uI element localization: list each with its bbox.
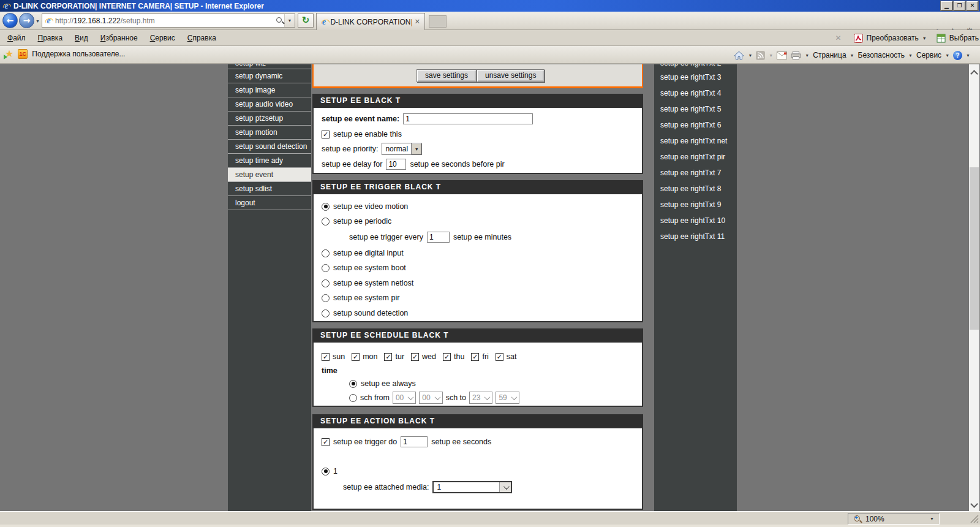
trigger-system-netlost-radio[interactable] <box>322 279 330 287</box>
from-hour-select[interactable]: 00 <box>393 392 416 404</box>
vertical-scrollbar[interactable] <box>969 64 979 512</box>
save-settings-button[interactable]: save settings <box>417 69 477 82</box>
attached-media-select[interactable]: 1 <box>432 481 512 493</box>
sidebar-item-ptzsetup[interactable]: setup ptzsetup <box>228 112 311 126</box>
maximize-button[interactable]: ❐ <box>954 1 965 10</box>
trigger-video-motion-radio[interactable] <box>322 203 330 211</box>
search-icon[interactable] <box>276 17 284 25</box>
priority-select[interactable]: normal ▼ <box>382 143 422 155</box>
trigger-video-motion-label: setup ee video motion <box>333 202 408 211</box>
home-button-icon[interactable] <box>734 51 744 60</box>
tab-close-icon[interactable]: ✕ <box>415 18 420 26</box>
from-minute-select[interactable]: 00 <box>419 392 442 404</box>
menu-tools[interactable]: Сервис <box>144 34 181 42</box>
event-name-input[interactable] <box>403 113 533 124</box>
select-button[interactable]: Выбрать <box>949 34 979 42</box>
day-mon-label: mon <box>363 352 377 361</box>
to-minute-select[interactable]: 59 <box>496 392 519 404</box>
enable-checkbox[interactable] <box>322 131 330 138</box>
trigger-do-input[interactable] <box>401 436 428 447</box>
menu-edit[interactable]: Правка <box>32 34 69 42</box>
favorites-item-label[interactable]: Поддержка пользователе... <box>32 50 125 58</box>
sidebar-item-time-ady[interactable]: setup time ady <box>228 154 311 168</box>
trigger-sound-detection-radio[interactable] <box>322 309 330 317</box>
zoom-dropdown-icon[interactable]: ▼ <box>930 517 934 521</box>
sidebar-item-audio-video[interactable]: setup audio video <box>228 97 311 112</box>
day-sat-checkbox[interactable] <box>496 353 503 361</box>
scrollbar-down-button[interactable] <box>969 499 979 509</box>
security-menu[interactable]: Безопасность <box>858 51 905 59</box>
day-tur-checkbox[interactable] <box>384 353 392 361</box>
back-button[interactable]: ← <box>2 13 18 28</box>
scrollbar-up-button[interactable] <box>969 67 979 77</box>
periodic-minutes-input[interactable] <box>427 232 450 243</box>
page-dropdown-icon[interactable]: ▼ <box>850 53 854 58</box>
day-sun-checkbox[interactable] <box>322 353 330 361</box>
sidebar-item-wiz[interactable]: setup wiz <box>228 64 311 69</box>
page-menu[interactable]: Страница <box>813 51 846 59</box>
from-hour-chevron-icon <box>406 392 415 403</box>
resize-grip[interactable] <box>970 514 979 523</box>
zoom-control[interactable]: + 100% ▼ <box>848 513 940 525</box>
browser-tab[interactable]: e D-LINK CORPORATION| INT... ✕ <box>316 13 425 30</box>
trigger-system-boot-radio[interactable] <box>322 264 330 272</box>
trigger-digital-input-radio[interactable] <box>322 249 330 257</box>
select-plugin-icon <box>937 34 946 43</box>
save-settings-panel: save settings unsave settings <box>312 64 643 88</box>
rss-icon[interactable] <box>756 51 765 60</box>
help-dropdown-icon[interactable]: ▼ <box>966 53 970 58</box>
action-option-radio[interactable] <box>322 468 330 476</box>
day-mon-checkbox[interactable] <box>352 353 360 361</box>
tools-menu[interactable]: Сервис <box>916 51 941 59</box>
unsave-settings-button[interactable]: unsave settings <box>477 69 545 82</box>
favorites-bar-item[interactable]: ★ 1С Поддержка пользователе... <box>5 49 125 59</box>
print-icon[interactable] <box>791 51 801 60</box>
day-fri-checkbox[interactable] <box>471 353 479 361</box>
new-tab-button[interactable] <box>429 15 447 28</box>
print-dropdown-icon[interactable]: ▼ <box>805 53 809 58</box>
mail-icon[interactable] <box>777 51 787 59</box>
delay-input[interactable] <box>386 159 406 170</box>
schedule-always-radio[interactable] <box>349 380 357 388</box>
forward-button[interactable]: → <box>19 13 34 28</box>
tools-dropdown-icon[interactable]: ▼ <box>945 53 949 58</box>
add-favorite-icon[interactable]: ★ <box>5 49 13 59</box>
menu-favorites[interactable]: Избранное <box>94 34 144 42</box>
close-button[interactable]: ✕ <box>967 1 978 10</box>
convert-button[interactable]: Преобразовать <box>867 34 919 42</box>
day-thu-checkbox[interactable] <box>443 353 451 361</box>
day-wed-checkbox[interactable] <box>411 353 419 361</box>
page-viewport: setup wiz setup dynamic setup image setu… <box>0 64 980 511</box>
sidebar-item-sound-detection[interactable]: setup sound detection <box>228 140 311 154</box>
sidebar-item-dynamic[interactable]: setup dynamic <box>228 69 311 83</box>
history-dropdown-icon[interactable]: ▼ <box>36 19 40 23</box>
sidebar-item-image[interactable]: setup image <box>228 83 311 97</box>
sidebar-item-motion[interactable]: setup motion <box>228 126 311 140</box>
address-dropdown-button[interactable]: ▼ <box>284 14 295 27</box>
schedule-range-radio[interactable] <box>349 394 357 402</box>
menu-view[interactable]: Вид <box>69 34 94 42</box>
priority-dropdown-icon[interactable]: ▼ <box>411 143 421 154</box>
address-bar[interactable]: e http://192.168.1.222/setup.htm ▼ <box>42 13 295 28</box>
action-section-header: SETUP EE ACTION BLACK T <box>312 414 643 428</box>
sidebar-item-sdlist[interactable]: setup sdlist <box>228 182 311 196</box>
scrollbar-thumb[interactable] <box>970 167 979 330</box>
plugin-close-icon[interactable]: ✕ <box>835 34 841 42</box>
sidebar-item-event[interactable]: setup event <box>228 168 311 182</box>
menu-help[interactable]: Справка <box>181 34 222 42</box>
convert-dropdown-icon[interactable]: ▼ <box>922 36 927 40</box>
refresh-button[interactable]: ↻ <box>298 13 314 28</box>
home-dropdown-icon[interactable]: ▼ <box>748 53 752 58</box>
help-button[interactable]: ? <box>953 51 962 60</box>
to-hour-select[interactable]: 23 <box>469 392 492 404</box>
sidebar-item-logout[interactable]: logout <box>228 196 311 210</box>
menu-file[interactable]: Файл <box>1 34 32 42</box>
trigger-do-checkbox[interactable] <box>322 438 330 446</box>
media-chevron-icon[interactable] <box>499 482 511 492</box>
minimize-button[interactable]: ▁ <box>941 1 952 10</box>
trigger-periodic-radio[interactable] <box>322 218 330 226</box>
trigger-system-pir-radio[interactable] <box>322 294 330 302</box>
schedule-section: SETUP EE SCHEDULE BLACK T sun mon tur we… <box>312 328 643 407</box>
navigation-bar: ← → ▼ e http://192.168.1.222/setup.htm ▼… <box>0 12 980 30</box>
security-dropdown-icon[interactable]: ▼ <box>908 53 913 58</box>
